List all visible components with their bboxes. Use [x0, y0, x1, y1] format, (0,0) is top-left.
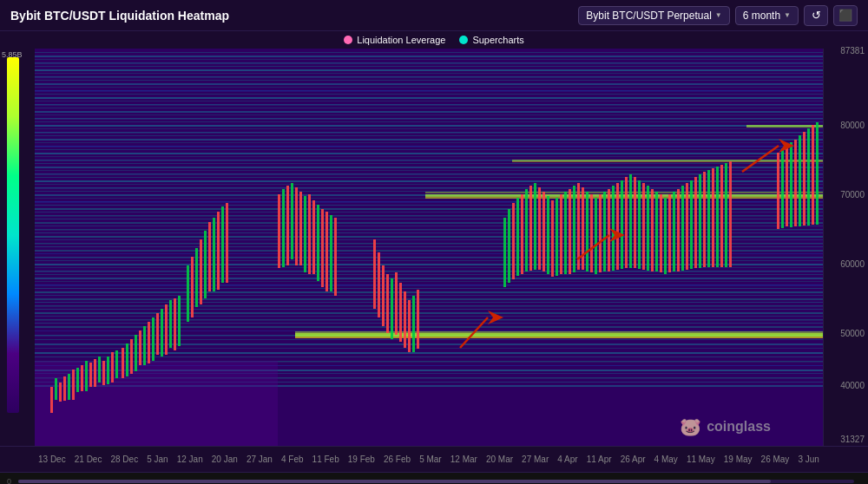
svg-rect-158 [334, 218, 337, 296]
svg-rect-217 [707, 170, 710, 267]
svg-rect-207 [664, 198, 667, 274]
svg-rect-156 [326, 212, 328, 291]
svg-rect-175 [525, 189, 528, 271]
svg-rect-21 [35, 305, 823, 307]
svg-rect-76 [35, 114, 823, 115]
svg-rect-149 [295, 187, 298, 265]
svg-rect-132 [169, 300, 172, 348]
scrollbar-track[interactable] [18, 480, 854, 483]
svg-rect-146 [282, 189, 285, 267]
camera-button[interactable]: ⬛ [833, 5, 858, 26]
timeframe-dropdown[interactable]: 6 month ▼ [735, 6, 799, 25]
svg-rect-208 [668, 194, 671, 272]
svg-rect-130 [161, 309, 163, 356]
header: Bybit BTC/USDT Liquidation Heatmap Bybit… [0, 0, 868, 31]
color-gradient-bar [7, 57, 19, 413]
svg-rect-124 [135, 335, 137, 371]
svg-rect-72 [35, 128, 823, 129]
svg-rect-95 [295, 333, 823, 337]
svg-rect-141 [213, 218, 215, 291]
camera-icon: ⬛ [838, 9, 852, 22]
svg-rect-147 [286, 186, 289, 265]
svg-rect-191 [595, 198, 597, 274]
svg-rect-93 [35, 56, 823, 57]
svg-rect-192 [599, 194, 602, 272]
svg-rect-100 [425, 192, 823, 193]
svg-rect-232 [816, 122, 819, 225]
svg-rect-64 [35, 156, 823, 157]
svg-rect-198 [625, 177, 628, 268]
x-label-28dec: 28 Dec [110, 455, 138, 464]
svg-rect-199 [629, 174, 632, 268]
refresh-button[interactable]: ↺ [804, 5, 828, 26]
svg-rect-176 [529, 186, 532, 271]
svg-rect-190 [590, 194, 593, 272]
svg-rect-69 [35, 139, 823, 141]
svg-rect-26 [35, 288, 823, 289]
svg-rect-23 [35, 298, 823, 300]
svg-rect-197 [621, 180, 623, 269]
svg-rect-127 [148, 322, 150, 363]
svg-rect-172 [512, 203, 515, 279]
y-label-70000: 70000 [840, 190, 865, 199]
x-label-19may: 19 May [724, 455, 753, 464]
exchange-dropdown[interactable]: Bybit BTC/USDT Perpetual ▼ [578, 6, 729, 25]
svg-rect-225 [786, 144, 788, 226]
svg-rect-74 [35, 121, 823, 122]
svg-rect-218 [712, 168, 714, 267]
x-label-20mar: 20 Mar [486, 455, 513, 464]
bottom-bar: 0 [0, 472, 868, 484]
svg-rect-116 [98, 356, 101, 383]
svg-rect-137 [195, 248, 198, 307]
chart-main[interactable]: 🐷 coinglass [35, 49, 823, 446]
svg-rect-155 [321, 209, 324, 287]
svg-rect-181 [551, 200, 554, 277]
svg-rect-79 [35, 104, 823, 106]
svg-rect-224 [781, 148, 784, 228]
svg-rect-108 [63, 376, 66, 401]
svg-rect-73 [35, 125, 823, 127]
svg-rect-144 [226, 203, 228, 283]
svg-rect-212 [686, 183, 688, 270]
header-controls: Bybit BTC/USDT Perpetual ▼ 6 month ▼ ↺ ⬛ [578, 5, 858, 26]
y-label-50000: 50000 [840, 329, 865, 338]
svg-rect-145 [278, 194, 280, 268]
svg-rect-66 [35, 149, 823, 150]
svg-rect-113 [85, 361, 88, 391]
svg-rect-20 [35, 309, 823, 310]
x-label-11apr: 11 Apr [587, 455, 612, 464]
svg-rect-61 [35, 167, 823, 168]
svg-rect-77 [35, 111, 823, 113]
x-label-5mar: 5 Mar [419, 455, 442, 464]
chevron-down-icon: ▼ [715, 11, 722, 19]
svg-rect-98 [425, 194, 823, 197]
svg-rect-123 [130, 339, 133, 374]
exchange-label: Bybit BTC/USDT Perpetual [586, 10, 712, 22]
svg-rect-19 [35, 312, 823, 314]
x-label-4apr: 4 Apr [557, 455, 577, 464]
svg-rect-163 [391, 278, 393, 339]
svg-rect-150 [299, 192, 302, 265]
svg-rect-202 [642, 183, 645, 270]
svg-rect-104 [35, 361, 278, 446]
svg-rect-97 [295, 331, 823, 333]
svg-rect-117 [102, 361, 105, 385]
svg-rect-18 [35, 316, 823, 317]
svg-rect-62 [35, 163, 823, 164]
svg-rect-154 [317, 205, 319, 281]
svg-rect-229 [803, 132, 806, 226]
svg-rect-106 [55, 378, 57, 400]
scrollbar-thumb[interactable] [18, 480, 771, 483]
svg-rect-83 [35, 90, 823, 92]
svg-rect-188 [582, 187, 584, 270]
y-label-60000: 60000 [840, 259, 865, 269]
svg-rect-143 [221, 206, 224, 283]
svg-rect-204 [651, 189, 654, 271]
svg-rect-196 [616, 183, 619, 270]
svg-rect-206 [660, 194, 662, 272]
svg-rect-129 [156, 313, 159, 355]
svg-rect-92 [35, 59, 823, 60]
svg-rect-220 [720, 165, 723, 267]
svg-rect-210 [677, 189, 680, 271]
x-label-3jun: 3 Jun [798, 455, 819, 464]
